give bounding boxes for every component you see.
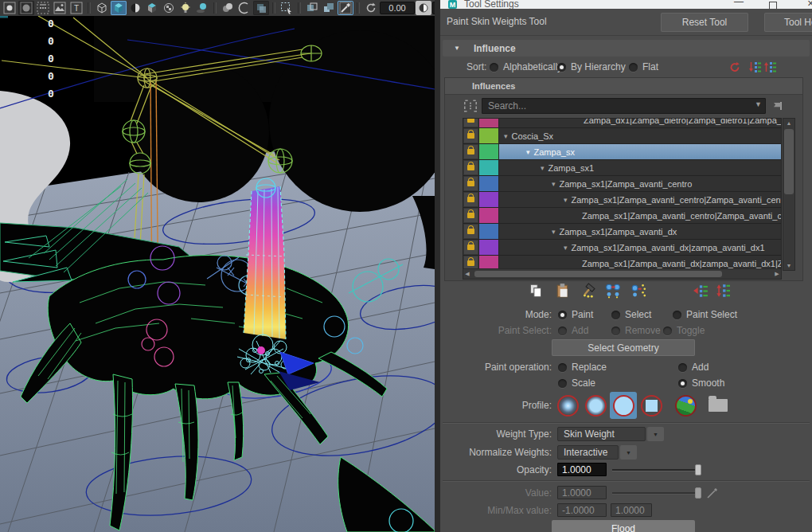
lock-toggle[interactable] — [463, 208, 479, 223]
scroll-up-arrow[interactable]: ▲ — [783, 119, 794, 127]
influence-color-swatch[interactable] — [479, 176, 499, 191]
sort-list-up-icon[interactable] — [763, 61, 776, 73]
wireframe-display-icon[interactable] — [94, 1, 110, 15]
paint-op-replace-radio[interactable] — [558, 363, 567, 372]
influence-row[interactable]: ▾Zampa_sx1|Zampa_avanti_centro|Zampa_ava… — [463, 192, 781, 208]
sort-alphabetically-radio[interactable] — [490, 63, 498, 72]
viewport-panel[interactable]: T 0.00 1.00 — [0, 0, 435, 532]
slider-handle[interactable] — [695, 464, 701, 475]
brush-profile-image[interactable] — [672, 392, 699, 419]
pin-icon[interactable] — [771, 100, 783, 112]
textured-display-icon[interactable] — [144, 1, 160, 15]
paint-op-smooth-radio[interactable] — [678, 379, 687, 388]
influence-row[interactable]: ▾Coscia_Sx — [463, 128, 781, 144]
motion-blur-icon[interactable] — [236, 1, 252, 15]
smooth-shaded-display-icon[interactable] — [111, 1, 127, 15]
scrollbar-thumb[interactable] — [784, 129, 794, 194]
exposure-refresh-icon[interactable] — [363, 1, 379, 15]
image-plane-icon[interactable] — [52, 1, 68, 15]
refresh-influences-icon[interactable] — [728, 61, 741, 73]
sort-list-down-icon[interactable] — [748, 61, 761, 73]
maximize-button[interactable] — [769, 2, 777, 9]
lock-toggle[interactable] — [463, 176, 479, 191]
paint-op-scale-option[interactable]: Scale — [558, 376, 595, 390]
brush-profile-solid-selected[interactable] — [610, 392, 637, 419]
scroll-down-arrow[interactable]: ▼ — [783, 261, 794, 270]
weight-type-dropdown[interactable]: Skin Weight — [557, 427, 646, 441]
normalize-weights-dropdown[interactable]: Interactive — [557, 445, 619, 460]
brush-profile-square[interactable] — [638, 392, 665, 419]
tree-vertical-scrollbar[interactable]: ▲ ▼ — [783, 118, 795, 271]
move-weights-icon[interactable] — [605, 283, 621, 299]
expand-arrow-icon[interactable]: ▾ — [504, 132, 508, 140]
select-geometry-button[interactable]: Select Geometry — [552, 339, 695, 356]
influence-color-swatch[interactable] — [479, 224, 499, 239]
paint-op-add-radio[interactable] — [678, 363, 687, 372]
mode-paint-select-option[interactable]: Paint Select — [673, 307, 737, 322]
sort-alphabetically-option[interactable]: Alphabetically — [490, 60, 562, 74]
browse-brush-folder[interactable] — [705, 392, 732, 419]
scroll-left-arrow[interactable]: ◀ — [463, 271, 471, 277]
lock-camera-icon[interactable] — [18, 1, 34, 15]
expand-arrow-icon[interactable]: ▾ — [541, 164, 545, 172]
mode-paint-radio[interactable] — [558, 311, 567, 319]
flood-button[interactable]: Flood — [552, 520, 695, 532]
brush-profile-soft[interactable] — [582, 392, 609, 419]
screen-space-ao-icon[interactable] — [220, 1, 236, 15]
lighting-sphere-icon[interactable] — [127, 1, 143, 15]
marquee-select-icon[interactable] — [279, 1, 295, 15]
filter-brackets-icon[interactable] — [463, 99, 478, 113]
isolate-select-icon[interactable] — [304, 1, 320, 15]
influence-color-swatch[interactable] — [479, 118, 499, 127]
mode-paint-select-radio[interactable] — [673, 311, 681, 319]
paint-op-scale-radio[interactable] — [558, 379, 567, 388]
paint-op-smooth-option[interactable]: Smooth — [678, 376, 724, 390]
influence-row[interactable]: Zampa_dx1|Zampa_dietro|Zampa_dietro1|Zam… — [463, 118, 781, 128]
sort-flat-radio[interactable] — [629, 63, 638, 72]
select-camera-icon[interactable] — [2, 1, 18, 15]
shadows-icon[interactable] — [194, 1, 210, 15]
mode-select-radio[interactable] — [611, 311, 620, 319]
search-dropdown-chevron-icon[interactable]: ▼ — [755, 100, 762, 108]
expand-arrow-icon[interactable]: ▾ — [526, 148, 530, 156]
sort-by-hierarchy-radio[interactable] — [557, 63, 566, 72]
influence-row-selected[interactable]: ▾Zampa_sx — [463, 144, 781, 160]
titlebar[interactable]: M Tool Settings — ✕ — [440, 0, 812, 9]
scrollbar-thumb[interactable] — [474, 271, 722, 277]
influence-row[interactable]: ▾Zampa_sx1|Zampa_avanti_dx — [463, 224, 781, 240]
mode-paint-option[interactable]: Paint — [558, 307, 593, 322]
tool-help-button[interactable]: Tool Help — [764, 13, 812, 32]
expand-arrow-icon[interactable]: ▾ — [564, 244, 568, 252]
mode-select-option[interactable]: Select — [611, 307, 651, 322]
influence-row[interactable]: Zampa_sx1|Zampa_avanti_centro|Zampa_avan… — [463, 208, 781, 224]
search-input[interactable] — [482, 98, 766, 114]
paint-op-add-option[interactable]: Add — [678, 360, 709, 374]
influence-color-swatch[interactable] — [479, 240, 499, 255]
collapse-arrow-icon[interactable]: ▼ — [454, 45, 460, 52]
hud-text-icon[interactable]: T — [68, 1, 84, 15]
minimize-button[interactable]: — — [734, 0, 744, 6]
lock-toggle[interactable] — [463, 160, 479, 175]
move-weights-scatter-icon[interactable] — [630, 283, 646, 299]
influence-tree[interactable]: Zampa_dx1|Zampa_dietro|Zampa_dietro1|Zam… — [463, 118, 782, 271]
weight-type-dropdown-arrow[interactable]: ▼ — [647, 427, 664, 441]
brush-profile-gaussian[interactable] — [554, 392, 581, 419]
eyedropper-icon[interactable] — [338, 1, 353, 15]
expand-arrow-icon[interactable]: ▾ — [552, 228, 556, 236]
opacity-slider[interactable] — [612, 464, 701, 475]
isolate-view-icon[interactable] — [321, 1, 337, 15]
paint-op-replace-option[interactable]: Replace — [558, 360, 607, 374]
lights-icon[interactable] — [178, 1, 193, 15]
exposure-field[interactable]: 0.00 — [380, 2, 415, 14]
expand-list-icon[interactable] — [714, 283, 730, 299]
lock-toggle[interactable] — [463, 118, 479, 127]
expand-arrow-icon[interactable]: ▾ — [552, 180, 556, 188]
gamma-contrast-icon[interactable] — [416, 1, 431, 15]
influence-row[interactable]: ▾Zampa_sx1|Zampa_avanti_dx|zampa_avanti_… — [463, 240, 781, 256]
use-default-material-icon[interactable] — [161, 1, 177, 15]
prune-weights-hammer-icon[interactable] — [581, 283, 597, 299]
influence-color-swatch[interactable] — [479, 160, 499, 175]
close-button[interactable]: ✕ — [807, 0, 812, 8]
expand-arrow-icon[interactable]: ▾ — [564, 196, 568, 204]
lock-toggle[interactable] — [463, 240, 479, 255]
